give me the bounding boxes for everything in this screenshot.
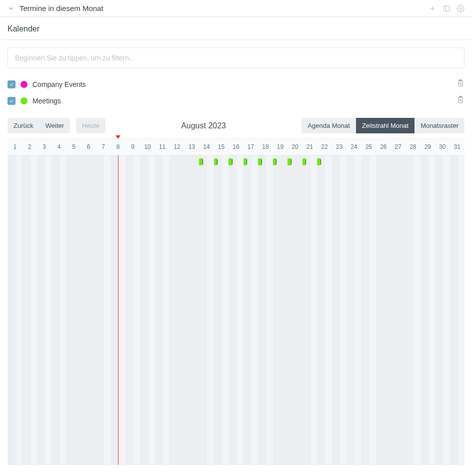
toolbar: Zurück Weiter Heute August 2023 Agenda M… <box>0 109 472 138</box>
day-header-cell[interactable]: 9 <box>126 139 140 155</box>
day-header-cell[interactable]: 22 <box>317 139 332 155</box>
day-header-cell[interactable]: 27 <box>391 139 406 155</box>
day-header-cell[interactable]: 23 <box>332 139 346 155</box>
day-header-cell[interactable]: 16 <box>228 139 243 155</box>
view-agenda[interactable]: Agenda Monat <box>302 118 356 133</box>
day-column <box>435 155 443 465</box>
day-header-cell[interactable]: 31 <box>450 139 464 155</box>
day-column <box>52 155 60 465</box>
day-header-cell[interactable]: 25 <box>362 139 376 155</box>
day-column <box>8 155 16 465</box>
day-header-cell[interactable]: 18 <box>258 139 272 155</box>
day-header-cell[interactable]: 11 <box>155 139 170 155</box>
widget-header: Termine in diesem Monat <box>0 0 472 17</box>
event[interactable] <box>244 158 247 165</box>
day-column <box>420 155 428 465</box>
day-header-cell[interactable]: 28 <box>406 139 420 155</box>
day-header-cell[interactable]: 29 <box>420 139 435 155</box>
svg-rect-2 <box>444 5 450 11</box>
nav-group: Zurück Weiter <box>8 118 70 133</box>
day-column <box>155 155 163 465</box>
day-header-cell[interactable]: 10 <box>140 139 154 155</box>
calendar-row: Company Events <box>0 76 472 92</box>
panel-icon[interactable] <box>442 4 450 12</box>
chevron-down-icon[interactable] <box>8 5 14 12</box>
day-header-cell[interactable]: 12 <box>170 139 184 155</box>
view-timeline[interactable]: Zeitstrahl Monat <box>356 118 414 133</box>
calendar-row: Meetings <box>0 92 472 109</box>
event[interactable] <box>302 158 306 165</box>
filter-input[interactable] <box>8 47 464 68</box>
filter-wrap <box>0 40 472 76</box>
plus-icon[interactable] <box>428 4 436 12</box>
day-header-cell[interactable]: 26 <box>376 139 390 155</box>
event[interactable] <box>214 158 218 165</box>
day-header-cell[interactable]: 6 <box>81 139 96 155</box>
day-column <box>214 155 222 465</box>
calendar-checkbox[interactable] <box>8 97 16 105</box>
today-button[interactable]: Heute <box>76 118 106 133</box>
today-line <box>118 155 118 465</box>
day-header-cell[interactable]: 13 <box>184 139 199 155</box>
day-header-cell[interactable]: 5 <box>66 139 81 155</box>
widget-title: Termine in diesem Monat <box>20 4 428 12</box>
weekend-column <box>66 155 81 465</box>
day-column <box>406 155 414 465</box>
day-column <box>199 155 207 465</box>
timeline-body[interactable] <box>8 155 464 465</box>
day-column <box>37 155 45 465</box>
weekend-column <box>391 155 406 465</box>
day-header-cell[interactable]: 24 <box>346 139 361 155</box>
header-actions <box>428 4 464 12</box>
forward-button[interactable]: Weiter <box>40 118 70 133</box>
timeline: 1234567891011121314151617181920212223242… <box>8 138 464 465</box>
day-column <box>302 155 310 465</box>
day-column <box>362 155 370 465</box>
day-header-cell[interactable]: 7 <box>96 139 110 155</box>
calendar-checkbox[interactable] <box>8 80 16 88</box>
view-group: Agenda Monat Zeitstrahl Monat Monatsrast… <box>302 118 464 133</box>
day-header-cell[interactable]: 3 <box>37 139 52 155</box>
event[interactable] <box>228 158 232 165</box>
clipboard-icon[interactable] <box>456 79 464 89</box>
weekend-column <box>170 155 184 465</box>
day-header-cell[interactable]: 21 <box>302 139 317 155</box>
day-column <box>450 155 458 465</box>
day-header-cell[interactable]: 20 <box>288 139 302 155</box>
back-button[interactable]: Zurück <box>8 118 40 133</box>
day-column <box>140 155 148 465</box>
event[interactable] <box>258 158 262 165</box>
day-header-cell[interactable]: 17 <box>244 139 258 155</box>
day-header-cell[interactable]: 30 <box>435 139 450 155</box>
day-header-cell[interactable]: 8 <box>110 139 125 155</box>
weekend-column <box>184 155 199 465</box>
gear-icon[interactable] <box>456 4 464 12</box>
section-title: Kalender <box>0 17 472 40</box>
event[interactable] <box>288 158 291 165</box>
day-header-cell[interactable]: 2 <box>22 139 36 155</box>
today-marker-icon <box>116 135 120 139</box>
weekend-column <box>81 155 96 465</box>
calendar-name: Meetings <box>32 97 452 105</box>
day-column <box>244 155 252 465</box>
day-column <box>126 155 134 465</box>
day-column <box>258 155 266 465</box>
day-column <box>22 155 30 465</box>
day-column <box>228 155 236 465</box>
day-header: 1234567891011121314151617181920212223242… <box>8 138 464 155</box>
view-grid[interactable]: Monatsraster <box>414 118 464 133</box>
event[interactable] <box>317 158 320 165</box>
day-header-cell[interactable]: 19 <box>273 139 288 155</box>
clipboard-icon[interactable] <box>456 95 464 106</box>
day-header-cell[interactable]: 15 <box>214 139 228 155</box>
day-column <box>317 155 325 465</box>
day-header-cell[interactable]: 14 <box>199 139 214 155</box>
weekend-column <box>273 155 288 465</box>
day-column <box>346 155 354 465</box>
event[interactable] <box>199 158 202 165</box>
day-header-cell[interactable]: 4 <box>52 139 66 155</box>
weekend-column <box>376 155 390 465</box>
event[interactable] <box>273 158 276 165</box>
day-header-cell[interactable]: 1 <box>8 139 22 155</box>
day-column <box>332 155 340 465</box>
